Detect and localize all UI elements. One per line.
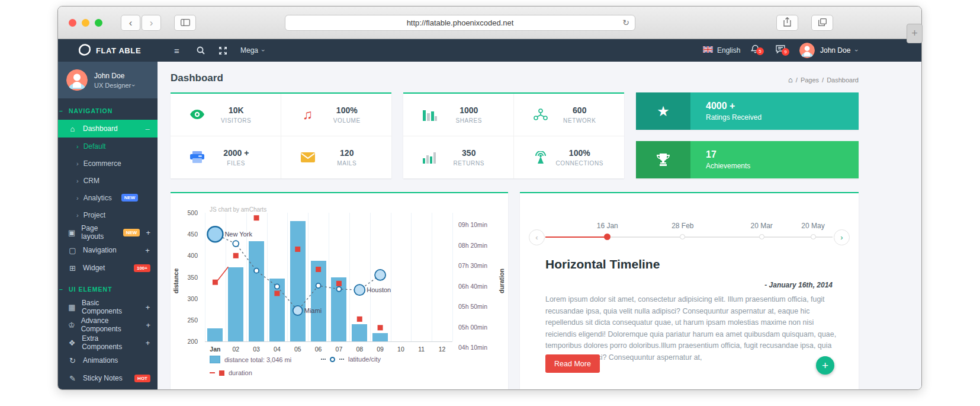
close-window-button[interactable] xyxy=(69,19,76,27)
sidebar-item-basic-components[interactable]: ▦Basic Components+ xyxy=(58,298,158,316)
share-button[interactable] xyxy=(776,15,798,31)
stat-cell-returns: 350RETURNS xyxy=(403,136,514,179)
distance-bar xyxy=(249,241,264,341)
plus-icon: + xyxy=(146,321,150,330)
y-axis-tick: 200 xyxy=(173,338,198,345)
stat-cell-files: 2000 +FILES xyxy=(171,136,281,179)
duration-axis-tick: 05h 00min xyxy=(458,324,487,331)
y-axis-tick: 250 xyxy=(173,317,198,324)
stat-cell-visitors: 10KVISITORS xyxy=(171,94,281,136)
minimize-window-button[interactable] xyxy=(82,19,89,27)
antenna-icon xyxy=(531,151,551,164)
maximize-window-button[interactable] xyxy=(95,19,102,27)
gridline xyxy=(329,213,329,341)
sidebar-item-extra-components[interactable]: ❖Extra Components+ xyxy=(58,334,158,351)
stat-value: 600 xyxy=(551,106,609,115)
mega-menu[interactable]: Mega › xyxy=(240,39,265,62)
sidebar-subitem-ecommerce[interactable]: ›Ecommerce xyxy=(58,155,158,172)
image-icon: ▢ xyxy=(68,246,77,255)
messages-button[interactable]: 9 xyxy=(776,39,785,62)
sidebar-subitem-label: Analytics xyxy=(83,194,112,202)
widget-icon: ⊞ xyxy=(68,264,77,273)
sidebar-item-dashboard[interactable]: ⌂Dashboard– xyxy=(58,120,158,138)
timeline-dot[interactable] xyxy=(604,234,611,240)
y-axis-tick: 450 xyxy=(173,231,198,238)
sidebar-section-label: –NAVIGATION xyxy=(58,102,158,120)
forward-button[interactable]: › xyxy=(142,15,161,31)
user-menu[interactable]: John Doe › xyxy=(799,39,858,62)
brand[interactable]: FLAT ABLE xyxy=(78,39,141,62)
chevron-right-icon: › xyxy=(76,177,79,184)
home-icon[interactable]: ⌂ xyxy=(788,75,793,84)
tabs-overview-button[interactable] xyxy=(811,15,833,31)
timeline-next-button[interactable]: › xyxy=(834,229,850,245)
distance-bar xyxy=(352,324,367,341)
gridline xyxy=(205,213,205,341)
mail-icon xyxy=(298,152,318,162)
mega-label: Mega xyxy=(240,46,258,55)
new-tab-button[interactable]: + xyxy=(907,24,923,43)
minus-icon: – xyxy=(144,124,150,133)
legend-item-1[interactable]: distance total: 3,046 mi xyxy=(210,356,291,363)
legend-item-2[interactable]: latitude/city xyxy=(321,356,381,363)
stat-label: CONNECTIONS xyxy=(551,160,609,167)
x-axis-label: 04 xyxy=(267,346,288,353)
sidebar-item-sticky-notes[interactable]: ✎Sticky NotesHOT xyxy=(58,369,158,387)
section-dash-icon: – xyxy=(59,286,63,293)
read-more-button[interactable]: Read More xyxy=(545,354,600,373)
sidebar-toggle-button[interactable] xyxy=(174,15,196,31)
menu-toggle-icon[interactable]: ≡ xyxy=(174,39,179,62)
timeline-prev-button[interactable]: ‹ xyxy=(529,229,545,245)
sidebar-subitem-analytics[interactable]: ›AnalyticsNEW xyxy=(58,189,158,206)
sidebar-subitem-label: Default xyxy=(83,142,106,151)
gridline xyxy=(267,213,268,341)
breadcrumb-item[interactable]: Dashboard xyxy=(827,76,859,84)
sidebar-item-advance-components[interactable]: ♔Advance Components+ xyxy=(58,316,158,334)
sidebar-user-card[interactable]: John Doe UX Designer › xyxy=(58,62,158,98)
x-axis-label: 09 xyxy=(370,346,391,353)
sidebar-item-page-layouts[interactable]: ▣Page layoutsNEW+ xyxy=(58,223,158,241)
brand-logo-icon xyxy=(78,43,91,58)
breadcrumb-item[interactable]: Pages xyxy=(801,76,819,84)
address-bar[interactable]: ↻ xyxy=(285,15,635,31)
section-dash-icon: – xyxy=(59,107,63,114)
stat-cell-shares: 1000SHARES xyxy=(403,94,514,136)
timeline-dot[interactable] xyxy=(811,234,816,239)
x-axis-label: 11 xyxy=(411,346,432,353)
breadcrumb-separator: / xyxy=(796,76,798,84)
sidebar-badge: NEW xyxy=(121,194,139,202)
notifications-button[interactable]: 5 xyxy=(751,39,760,62)
stat-label: RETURNS xyxy=(440,160,498,167)
sidebar-subitem-project[interactable]: ›Project xyxy=(58,206,158,223)
x-axis-label: 03 xyxy=(246,346,267,353)
sidebar-item-widget[interactable]: ⊞Widget100+ xyxy=(58,259,158,277)
timeline-date[interactable]: 20 May xyxy=(789,222,837,230)
distance-bar xyxy=(372,333,388,341)
timeline-date[interactable]: 16 Jan xyxy=(584,222,631,230)
url-input[interactable] xyxy=(285,18,635,27)
timeline-dot[interactable] xyxy=(680,234,685,239)
sidebar-item-navigation[interactable]: ▢Navigation+ xyxy=(58,241,158,259)
uk-flag-icon xyxy=(703,46,713,55)
legend-label: duration xyxy=(229,369,252,376)
network-icon xyxy=(531,108,551,120)
add-button[interactable]: + xyxy=(816,356,834,375)
legend-item-3[interactable]: duration xyxy=(210,369,252,376)
duration-point xyxy=(213,280,218,285)
chart-area: 50045040035030025020009h 10min08h 20min0… xyxy=(171,193,508,352)
sidebar-item-animations[interactable]: ↻Animations xyxy=(58,351,158,369)
back-button[interactable]: ‹ xyxy=(121,15,140,31)
chevron-down-icon: › xyxy=(130,84,137,87)
timeline-date[interactable]: 20 Mar xyxy=(738,222,785,230)
refresh-icon[interactable]: ↻ xyxy=(622,18,629,27)
language-selector[interactable]: English xyxy=(703,39,740,62)
sidebar-section-text: NAVIGATION xyxy=(69,107,113,114)
sidebar-subitem-default[interactable]: ›Default xyxy=(58,138,158,155)
stat-label: VOLUME xyxy=(318,117,377,124)
search-icon[interactable] xyxy=(197,39,205,62)
y-axis-tick: 500 xyxy=(173,209,198,216)
timeline-dot[interactable] xyxy=(759,234,764,239)
fullscreen-icon[interactable] xyxy=(219,39,227,62)
timeline-date[interactable]: 28 Feb xyxy=(659,222,706,230)
sidebar-subitem-crm[interactable]: ›CRM xyxy=(58,172,158,189)
